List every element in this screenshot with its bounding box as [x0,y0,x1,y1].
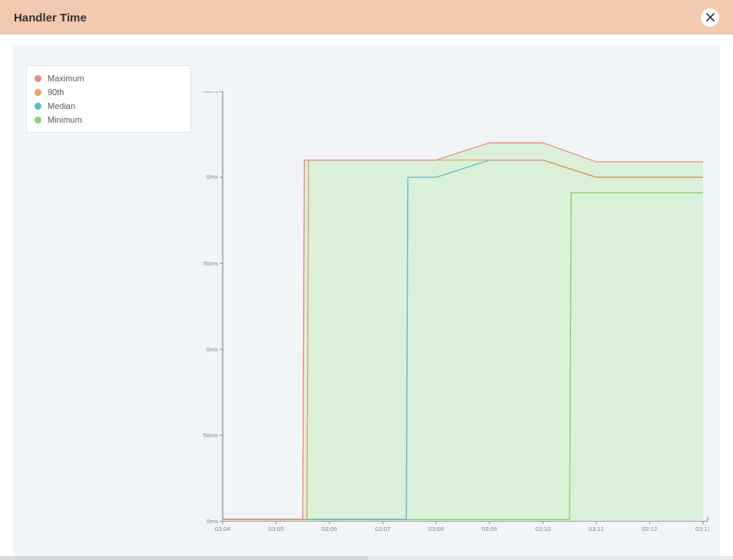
close-button[interactable] [701,8,719,27]
legend-dot-icon [35,75,41,82]
y-tick-label: 0ms [206,346,218,353]
x-tick-label: 03:10 [535,525,551,532]
legend-dot-icon [35,117,41,124]
chart-svg: 50ms0ms50ms0ms50ms0ms03:0403:0503:0603:0… [201,91,709,542]
close-icon [706,13,715,21]
legend-item[interactable]: 90th [35,86,183,100]
bottom-split-bar [0,556,733,560]
y-tick-label: 50ms [203,91,218,94]
legend-item[interactable]: Maximum [35,72,183,86]
content-area: Maximum90thMedianMinimum 50ms0ms50ms0ms5… [0,35,733,557]
x-tick-label: 03:12 [642,525,657,532]
chart-card: Maximum90thMedianMinimum 50ms0ms50ms0ms5… [13,45,720,557]
header-bar: Handler Time [0,0,733,35]
x-tick-label: 03:09 [482,525,497,532]
x-tick-label: 03:08 [428,525,444,532]
y-tick-label: 0ms [206,518,218,525]
legend-dot-icon [35,103,41,110]
legend-label: Minimum [48,115,82,124]
y-tick-label: 0ms [206,174,218,181]
x-tick-label: 03:06 [322,525,337,532]
x-tick-label: 03:13 [695,525,709,532]
legend-dot-icon [35,89,41,96]
legend-item[interactable]: Minimum [35,114,183,127]
legend: Maximum90thMedianMinimum [26,65,191,133]
bottom-split-left [0,556,367,560]
legend-label: 90th [48,87,64,97]
chart: 50ms0ms50ms0ms50ms0ms03:0403:0503:0603:0… [201,91,709,542]
legend-label: Maximum [48,74,84,83]
x-tick-label: 03:11 [589,525,604,532]
x-tick-label: 03:05 [269,525,285,532]
y-tick-label: 50ms [203,260,218,267]
x-tick-label: 03:07 [375,525,391,532]
y-tick-label: 50ms [203,432,218,439]
legend-item[interactable]: Median [35,100,183,114]
series-area-maximum [223,143,703,521]
x-tick-label: 03:04 [215,525,231,532]
page-title: Handler Time [14,11,87,24]
legend-label: Median [48,101,75,110]
